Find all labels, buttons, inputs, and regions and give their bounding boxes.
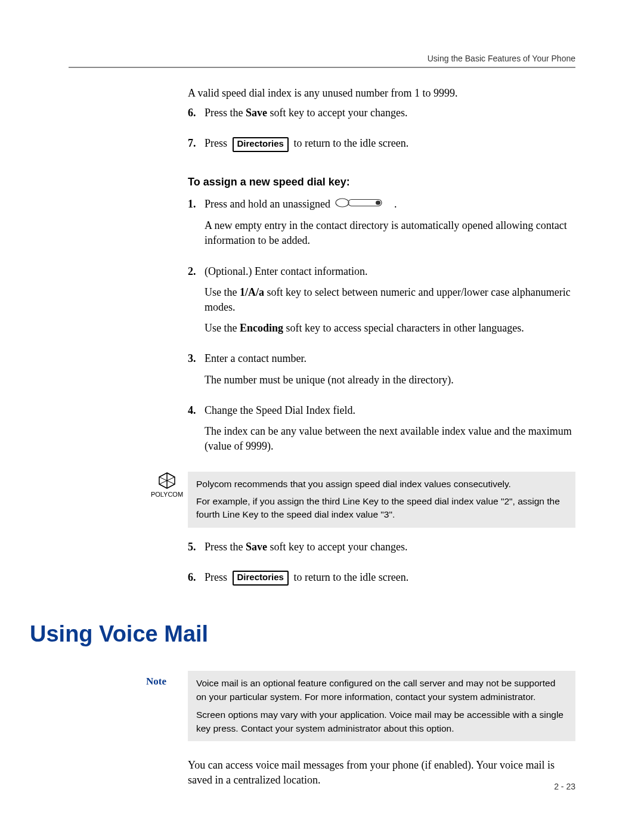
mode-softkey-label: 1/A/a [240, 286, 264, 298]
text-fragment: Use the [205, 322, 240, 334]
step-1: 1. Press and hold an unassigned . [188, 197, 575, 255]
step-5: 5. Press the Save soft key to accept you… [188, 540, 575, 561]
tip-text: Polycom recommends that you assign speed… [196, 478, 567, 491]
directories-key-icon: Directories [233, 137, 289, 152]
header-rule [69, 67, 575, 68]
polycom-tip-callout: POLYCOM Polycom recommends that you assi… [146, 472, 575, 527]
step-subtext: The number must be unique (not already i… [205, 373, 575, 388]
step-3: 3. Enter a contact number. The number mu… [188, 351, 575, 393]
step-number: 1. [188, 197, 205, 255]
step-number: 6. [188, 570, 205, 592]
text-fragment: . [394, 198, 397, 210]
note-label: Note [146, 671, 188, 741]
step-number: 3. [188, 351, 205, 393]
step-number: 6. [188, 106, 205, 126]
step-subtext: Enter a contact number. [205, 351, 575, 366]
step-text: (Optional.) Enter contact information. U… [205, 264, 575, 342]
encoding-softkey-label: Encoding [240, 322, 283, 334]
step-text: Press and hold an unassigned . A new emp… [205, 197, 575, 255]
step-subtext: (Optional.) Enter contact information. [205, 264, 575, 279]
save-softkey-label: Save [246, 541, 267, 553]
step-text: Press Directories to return to the idle … [205, 136, 575, 157]
save-softkey-label: Save [246, 107, 267, 119]
step-text: Press the Save soft key to accept your c… [205, 540, 575, 561]
body-paragraph: You can access voice mail messages from … [188, 758, 575, 788]
step-subtext: The index can be any value between the n… [205, 424, 575, 454]
text-fragment: Press [205, 571, 230, 583]
step-7: 7. Press Directories to return to the id… [188, 136, 575, 157]
text-fragment: soft key to access special characters in… [283, 322, 524, 334]
line-key-icon [335, 197, 389, 212]
section-heading-voice-mail: Using Voice Mail [30, 621, 575, 647]
step-number: 4. [188, 403, 205, 460]
step-text: Press Directories to return to the idle … [205, 570, 575, 592]
step-6: 6. Press the Save soft key to accept you… [188, 106, 575, 126]
step-subtext: Change the Speed Dial Index field. [205, 403, 575, 418]
step-number: 2. [188, 264, 205, 342]
document-page: Using the Basic Features of Your Phone A… [0, 0, 644, 833]
steps-assign-speed-dial: 1. Press and hold an unassigned . [188, 197, 575, 460]
note-text: Voice mail is an optional feature config… [196, 677, 567, 704]
procedure-heading: To assign a new speed dial key: [188, 176, 575, 188]
text-fragment: to return to the idle screen. [293, 571, 408, 583]
intro-text: A valid speed dial index is any unused n… [188, 86, 575, 101]
step-4: 4. Change the Speed Dial Index field. Th… [188, 403, 575, 460]
step-text: Enter a contact number. The number must … [205, 351, 575, 393]
tip-text: For example, if you assign the third Lin… [196, 495, 567, 522]
step-number: 7. [188, 136, 205, 157]
svg-marker-7 [167, 481, 175, 488]
text-fragment: Press and hold an unassigned [205, 198, 333, 210]
step-subtext: A new empty entry in the contact directo… [205, 218, 575, 248]
svg-rect-2 [376, 201, 380, 205]
polycom-logo-text: POLYCOM [151, 491, 183, 498]
running-header: Using the Basic Features of Your Phone [69, 54, 575, 63]
text-fragment: soft key to accept your changes. [267, 107, 407, 119]
note-box: Voice mail is an optional feature config… [188, 671, 575, 741]
svg-marker-6 [159, 481, 167, 488]
svg-marker-5 [167, 473, 175, 481]
step-text: Change the Speed Dial Index field. The i… [205, 403, 575, 460]
directories-key-icon: Directories [233, 571, 289, 586]
text-fragment: Press the [205, 541, 246, 553]
page-number: 2 - 23 [554, 782, 575, 791]
tip-box: Polycom recommends that you assign speed… [188, 472, 575, 527]
text-fragment: Press the [205, 107, 246, 119]
polycom-logo: POLYCOM [146, 472, 188, 498]
step-2: 2. (Optional.) Enter contact information… [188, 264, 575, 342]
text-fragment: Press [205, 137, 230, 149]
step-number: 5. [188, 540, 205, 561]
content-column: Note Voice mail is an optional feature c… [188, 671, 575, 788]
steps-assign-speed-dial-cont: 5. Press the Save soft key to accept you… [188, 540, 575, 592]
text-fragment: to return to the idle screen. [293, 137, 408, 149]
note-text: Screen options may vary with your applic… [196, 708, 567, 735]
steps-continued: 6. Press the Save soft key to accept you… [188, 106, 575, 158]
text-fragment: soft key to accept your changes. [267, 541, 407, 553]
note-callout: Note Voice mail is an optional feature c… [146, 671, 575, 741]
text-fragment: Use the [205, 286, 240, 298]
svg-marker-4 [159, 473, 167, 481]
polycom-logo-icon [157, 472, 177, 490]
content-column: A valid speed dial index is any unused n… [188, 86, 575, 592]
step-text: Press the Save soft key to accept your c… [205, 106, 575, 126]
step-6b: 6. Press Directories to return to the id… [188, 570, 575, 592]
svg-point-0 [336, 199, 349, 207]
